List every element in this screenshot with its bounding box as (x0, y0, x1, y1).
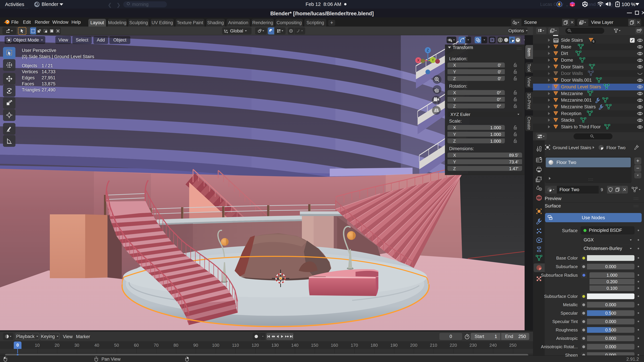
svg-text:Y: Y (432, 58, 434, 62)
svg-text:Z: Z (427, 48, 429, 52)
svg-text:X: X (417, 58, 420, 62)
